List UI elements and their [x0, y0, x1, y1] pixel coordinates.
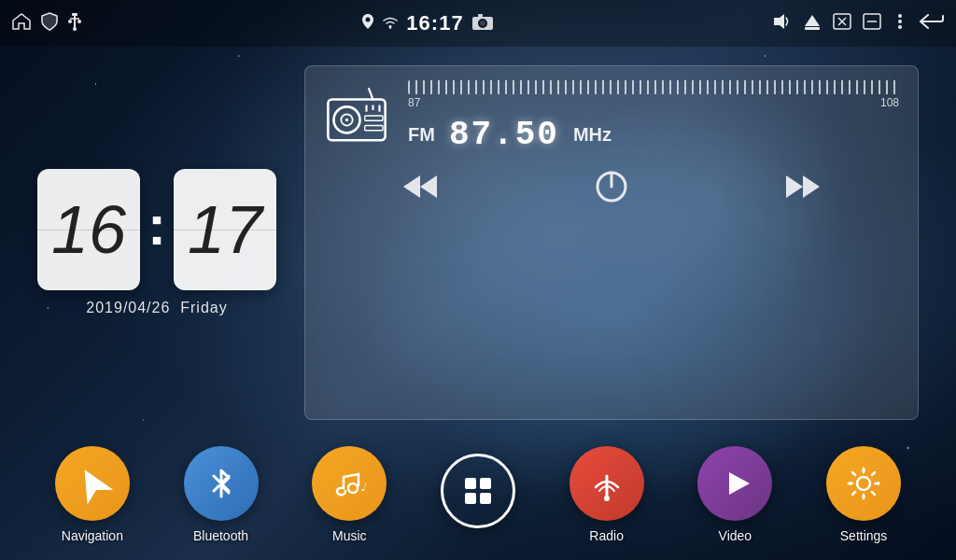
settings-gear-icon — [843, 463, 884, 504]
radio-widget[interactable]: 87 108 FM 87.50 MHz — [304, 65, 919, 420]
svg-rect-46 — [480, 493, 491, 504]
video-play-icon — [714, 463, 755, 504]
radio-icon-area — [324, 83, 389, 152]
music-icon-circle: ♩ — [312, 446, 387, 521]
navigation-icon — [72, 463, 113, 504]
status-center: 16:17 — [361, 11, 493, 35]
clock-date: 2019/04/26 Friday — [86, 300, 227, 316]
radio-app-icon — [586, 463, 627, 504]
svg-rect-15 — [805, 27, 820, 30]
video-label: Video — [719, 528, 752, 543]
shield-status-icon — [41, 12, 58, 35]
eject-status-icon[interactable] — [803, 13, 822, 35]
svg-marker-49 — [729, 472, 750, 495]
music-label: Music — [332, 528, 367, 543]
radio-scale-labels: 87 108 — [408, 96, 899, 109]
clock-digits: 16 : 17 — [37, 169, 276, 290]
close-box-status-icon[interactable] — [833, 13, 851, 35]
svg-point-48 — [604, 496, 610, 501]
app-item-settings[interactable]: Settings — [826, 446, 901, 543]
radio-prev-button[interactable] — [399, 169, 442, 211]
svg-marker-38 — [786, 175, 803, 198]
navigation-icon-circle — [55, 446, 130, 521]
navigation-label: Navigation — [62, 528, 123, 543]
svg-point-8 — [389, 25, 392, 28]
video-icon-circle — [697, 446, 772, 521]
home-status-icon — [11, 13, 32, 35]
svg-point-11 — [480, 21, 485, 26]
home-icon-circle — [441, 454, 515, 528]
clock-minute: 17 — [174, 169, 276, 290]
svg-line-31 — [369, 89, 373, 99]
app-item-navigation[interactable]: Navigation — [55, 446, 130, 543]
radio-controls — [324, 165, 899, 215]
clock-hour: 16 — [37, 169, 140, 290]
music-icon: ♩ — [329, 463, 370, 504]
radio-device-icon — [324, 83, 389, 148]
app-item-home[interactable] — [441, 454, 515, 536]
usb-status-icon — [67, 12, 82, 35]
radio-unit: MHz — [573, 124, 612, 146]
svg-text:♩: ♩ — [360, 481, 367, 494]
svg-point-21 — [898, 14, 902, 18]
settings-icon-circle — [826, 446, 901, 521]
status-bar: 16:17 — [0, 0, 956, 47]
svg-point-7 — [366, 17, 371, 21]
app-item-video[interactable]: Video — [697, 446, 772, 543]
status-left-icons — [11, 12, 82, 35]
svg-rect-44 — [480, 478, 491, 489]
bluetooth-icon-circle — [184, 446, 259, 521]
radio-frequency-area: 87 108 FM 87.50 MHz — [408, 80, 899, 154]
radio-power-button[interactable] — [590, 165, 633, 215]
status-time: 16:17 — [406, 11, 463, 35]
minus-box-status-icon[interactable] — [863, 13, 881, 35]
app-item-radio[interactable]: Radio — [569, 446, 644, 543]
svg-point-4 — [77, 20, 81, 23]
camera-status-icon[interactable] — [471, 12, 494, 35]
radio-icon-circle — [569, 446, 644, 521]
svg-rect-45 — [465, 493, 476, 504]
settings-label: Settings — [840, 528, 888, 543]
bluetooth-label: Bluetooth — [193, 528, 248, 543]
svg-rect-32 — [365, 116, 383, 120]
power-icon — [595, 170, 628, 203]
main-content: 16 : 17 2019/04/26 Friday — [0, 47, 956, 439]
location-status-icon — [361, 13, 374, 35]
radio-scale: 87 108 — [408, 80, 899, 108]
app-item-music[interactable]: ♩ Music — [312, 446, 387, 543]
svg-rect-12 — [478, 14, 483, 17]
svg-rect-33 — [365, 125, 383, 130]
radio-top: 87 108 FM 87.50 MHz — [324, 80, 899, 154]
radio-frequency: 87.50 — [449, 116, 559, 154]
clock-colon: : — [148, 193, 166, 258]
home-grid-icon — [457, 470, 499, 511]
bluetooth-icon — [201, 463, 242, 504]
svg-point-6 — [73, 27, 77, 31]
radio-scale-bar — [408, 80, 899, 94]
app-row: Navigation Bluetooth ♩ Music — [0, 439, 956, 560]
svg-marker-14 — [805, 15, 820, 26]
svg-point-41 — [348, 483, 358, 493]
next-icon — [786, 174, 820, 200]
wifi-status-icon — [382, 14, 399, 34]
svg-marker-39 — [803, 175, 820, 198]
radio-band: FM — [408, 124, 435, 146]
svg-point-22 — [898, 20, 902, 23]
clock-widget: 16 : 17 2019/04/26 Friday — [37, 65, 276, 420]
svg-rect-24 — [328, 99, 385, 140]
app-item-bluetooth[interactable]: Bluetooth — [184, 446, 259, 543]
menu-status-icon[interactable] — [893, 13, 907, 35]
svg-rect-43 — [465, 478, 476, 489]
svg-point-27 — [345, 118, 349, 121]
svg-marker-13 — [774, 14, 784, 29]
radio-next-button[interactable] — [781, 169, 824, 211]
back-status-icon[interactable] — [919, 13, 945, 35]
svg-point-23 — [898, 25, 902, 29]
radio-label: Radio — [589, 528, 624, 543]
prev-icon — [403, 174, 437, 200]
svg-marker-35 — [403, 175, 420, 198]
volume-status-icon[interactable] — [773, 13, 792, 35]
svg-marker-34 — [420, 175, 437, 198]
radio-display: FM 87.50 MHz — [408, 116, 899, 154]
status-right-icons — [773, 13, 945, 35]
